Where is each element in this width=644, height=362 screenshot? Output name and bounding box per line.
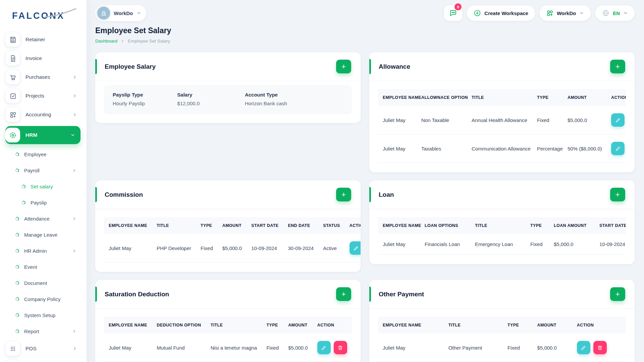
chevron-down-icon	[623, 11, 628, 15]
workspace-selector[interactable]: WorkDo	[95, 5, 146, 21]
delete-button[interactable]	[334, 341, 347, 354]
sidebar-item-attendance[interactable]: Attendance	[5, 213, 80, 225]
sidebar-item-hr-admin[interactable]: HR Admin	[5, 245, 80, 257]
edit-button[interactable]	[317, 341, 331, 354]
column-header: AMOUNT	[218, 217, 247, 234]
topbar-actions: 0 Create Workspace WorkDo EN	[444, 5, 635, 21]
field-label: Payslip Type	[113, 92, 177, 98]
employee-salary-card-body: Payslip Type Hourly Payslip Salary $12,0…	[95, 81, 361, 123]
column-header: LOAN OPTIONS	[420, 217, 470, 234]
table-row: Juliet May Non Taxable Annual Health All…	[378, 106, 626, 134]
start-date-cell: 10-09-2024	[595, 234, 626, 255]
logo-swoosh-icon	[44, 8, 76, 18]
create-workspace-button[interactable]: Create Workspace	[467, 5, 535, 21]
amount-cell: $5,000.0	[218, 234, 247, 262]
other-payment-card: Other Payment + EMPLOYEE NAME TITLE TYPE…	[369, 280, 635, 362]
field-value: $12,000.0	[177, 101, 245, 106]
sidebar-item-report[interactable]: Report	[5, 325, 80, 337]
commission-table: EMPLOYEE NAME TITLE TYPE AMOUNT START DA…	[104, 217, 361, 262]
sidebar-item-label: Manage Leave	[24, 232, 57, 238]
table-header-row: EMPLOYEE NAME TITLE TYPE AMOUNT START DA…	[104, 217, 361, 234]
delete-button[interactable]	[593, 341, 607, 354]
allowance-option-cell: Non Taxable	[417, 106, 467, 134]
sidebar-item-document[interactable]: Document	[5, 277, 80, 289]
column-header: EMPLOYEE NAME	[104, 217, 152, 234]
sidebar-item-payslip[interactable]: Payslip	[5, 196, 80, 208]
add-loan-button[interactable]: +	[610, 188, 625, 201]
crm-frame-icon	[5, 360, 20, 362]
workdo-menu-button[interactable]: WorkDo	[540, 5, 591, 21]
loan-card: Loan + EMPLOYEE NAME LOAN OPTIONS TITLE …	[369, 180, 635, 264]
loan-option-cell: Financials Loan	[420, 234, 470, 255]
edit-button[interactable]	[611, 142, 625, 155]
sidebar-item-purchases[interactable]: Purchases	[5, 70, 80, 84]
field-value: Horizon Bank cash	[245, 101, 343, 106]
commission-card-body: EMPLOYEE NAME TITLE TYPE AMOUNT START DA…	[95, 209, 361, 272]
sidebar-item-event[interactable]: Event	[5, 261, 80, 273]
add-commission-button[interactable]: +	[336, 188, 351, 201]
column-header: ACTION	[345, 217, 361, 234]
sidebar-item-label: Document	[24, 280, 47, 286]
workspace-name: WorkDo	[114, 10, 133, 16]
saturation-deduction-card: Saturation Deduction + EMPLOYEE NAME DED…	[95, 280, 361, 362]
sidebar-item-hrm[interactable]: HRM	[5, 126, 80, 144]
amount-cell: 50% ($6,000.0)	[563, 134, 606, 163]
breadcrumb-dashboard-link[interactable]: Dashboard	[95, 39, 117, 44]
field-value: Hourly Payslip	[113, 101, 177, 106]
employee-name-cell: Juliet May	[378, 106, 417, 134]
add-employee-salary-button[interactable]: +	[336, 60, 351, 73]
account-type-field: Account Type Horizon Bank cash	[245, 92, 343, 106]
column-header: TYPE	[262, 317, 283, 334]
sidebar-item-retainer[interactable]: Retainer	[5, 32, 80, 47]
sidebar-item-system-setup[interactable]: System Setup	[5, 309, 80, 321]
add-other-payment-button[interactable]: +	[610, 287, 625, 301]
language-code: EN	[613, 10, 620, 16]
sidebar-item-invoice[interactable]: Invoice	[5, 51, 80, 66]
row-actions	[350, 241, 361, 255]
language-selector[interactable]: EN	[595, 5, 635, 21]
bullet-icon	[15, 329, 19, 333]
type-cell: Fixed	[196, 234, 218, 262]
table-header-row: EMPLOYEE NAME TITLE TYPE AMOUNT ACTION	[378, 317, 626, 334]
bullet-icon	[15, 168, 19, 172]
sidebar-item-label: Attendance	[24, 216, 50, 222]
edit-button[interactable]	[611, 113, 625, 127]
edit-button[interactable]	[577, 341, 590, 354]
amount-cell: $5,000.0	[533, 334, 572, 362]
sidebar-item-crm[interactable]: CRM	[5, 360, 80, 362]
title-cell: Communication Allowance	[467, 134, 532, 163]
table-row: Juliet May Taxables Communication Allowa…	[378, 134, 626, 163]
allowance-table-wrap: EMPLOYEE NAME ALLOWNACE OPTION TITLE TYP…	[378, 89, 626, 163]
brand-logo[interactable]: FALCONX	[12, 11, 76, 24]
add-allowance-button[interactable]: +	[610, 60, 625, 73]
messages-button[interactable]: 0	[444, 5, 462, 21]
loan-card-header: Loan +	[369, 180, 635, 209]
grid-plus-icon	[546, 10, 553, 17]
chat-bubble-icon	[449, 9, 457, 17]
sidebar-item-projects[interactable]: Projects	[5, 88, 80, 103]
title-cell: Emergency Loan	[470, 234, 526, 255]
employee-name-cell: Juliet May	[104, 234, 152, 262]
pencil-icon	[581, 345, 586, 351]
type-cell: Fixed	[526, 234, 549, 255]
column-header: AMOUNT	[283, 317, 313, 334]
sidebar-item-employee[interactable]: Employee	[5, 148, 80, 160]
main-content: Employee Set Salary Dashboard Employee S…	[87, 26, 644, 362]
chevron-right-icon	[72, 346, 77, 351]
bullet-icon	[15, 232, 19, 237]
workdo-menu-label: WorkDo	[557, 10, 576, 16]
sidebar-item-accounting[interactable]: Accounting	[5, 107, 80, 122]
bullet-icon	[15, 264, 19, 269]
sidebar-item-set-salary[interactable]: Set salary	[5, 180, 80, 192]
sidebar-item-pos[interactable]: POS	[5, 341, 80, 356]
add-saturation-deduction-button[interactable]: +	[336, 287, 351, 301]
sidebar-item-manage-leave[interactable]: Manage Leave	[5, 229, 80, 241]
cart-icon	[5, 70, 20, 84]
bullet-icon	[21, 184, 26, 188]
sidebar-item-payroll[interactable]: Payroll	[5, 164, 80, 176]
card-title: Other Payment	[379, 291, 424, 298]
column-header: TITLE	[444, 317, 503, 334]
sidebar-item-company-policy[interactable]: Company Policy	[5, 293, 80, 305]
employee-name-cell: Juliet May	[104, 334, 152, 362]
edit-button[interactable]	[350, 241, 361, 255]
